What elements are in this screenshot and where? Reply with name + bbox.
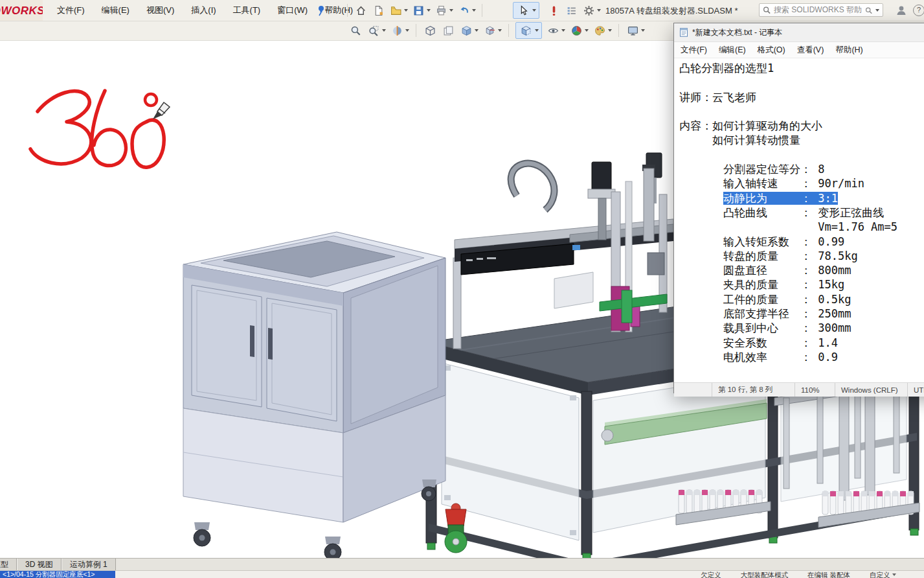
selected-component-field[interactable]: <1>/04-15 分割器固定座底<1> (0, 571, 115, 578)
wireframe-icon[interactable] (423, 23, 437, 38)
dropdown-caret[interactable] (472, 9, 476, 12)
notepad-text-area[interactable]: 凸轮分割器的选型1 讲师：云飞老师 内容：如何计算驱动角的大小 如何计算转动惯量… (674, 58, 924, 382)
bottle-rack-left (676, 490, 771, 525)
dropdown-caret[interactable] (498, 29, 502, 32)
zoom-area-icon[interactable] (366, 23, 381, 38)
electrical-cabinet[interactable] (183, 232, 445, 558)
scene-button[interactable] (592, 23, 612, 38)
section-view-button[interactable] (390, 23, 409, 38)
select-arrow-icon[interactable] (516, 3, 530, 18)
document-title: 18057A 转盘组装发射器.SLDASM * (605, 5, 738, 17)
rebuild-icon[interactable] (547, 3, 561, 18)
dropdown-caret[interactable] (535, 29, 539, 32)
notepad-menu-item[interactable]: 编辑(E) (719, 45, 746, 56)
notepad-menu-item[interactable]: 格式(O) (758, 45, 785, 56)
dropdown-caret[interactable] (404, 9, 408, 12)
bottom-tab[interactable]: 模型 (0, 559, 17, 571)
document-tab-bar: 模型3D 视图运动算例 1 (0, 558, 924, 571)
section-view-icon[interactable] (390, 23, 404, 38)
notepad-titlebar[interactable]: *新建文本文档.txt - 记事本 (674, 23, 924, 42)
new-document-icon[interactable] (371, 3, 385, 18)
encoding: UTF-8 (907, 383, 924, 397)
status-bar-item[interactable]: 欠定义 (701, 572, 721, 578)
dropdown-caret[interactable] (608, 29, 612, 32)
help-icon[interactable]: ? (913, 5, 924, 16)
hide-show-eye-icon[interactable] (546, 23, 560, 38)
notepad-text-line: 凸轮分割器的选型1 (679, 61, 924, 75)
door-handle[interactable] (250, 325, 254, 357)
print-button[interactable] (434, 3, 453, 18)
notepad-window[interactable]: *新建文本文档.txt - 记事本 文件(F)编辑(E)格式(O)查看(V)帮助… (673, 23, 924, 393)
print-icon[interactable] (434, 3, 448, 18)
dropdown-caret[interactable] (405, 29, 409, 32)
open-button[interactable] (389, 3, 408, 18)
camera-button[interactable] (625, 23, 645, 38)
notepad-menubar: 文件(F)编辑(E)格式(O)查看(V)帮助(H) (674, 42, 924, 58)
notepad-text-line: 圆盘直径 ： 800mm (679, 263, 924, 277)
undo-icon[interactable] (456, 3, 471, 18)
menu-item[interactable]: 窗口(W) (277, 5, 308, 16)
notepad-text-line: 凸轮曲线 ： 变形正弦曲线 (679, 205, 924, 220)
display-style-button[interactable] (515, 22, 542, 39)
menu-item[interactable]: 视图(V) (146, 5, 174, 16)
notepad-menu-item[interactable]: 查看(V) (797, 45, 824, 56)
dropdown-caret[interactable] (597, 9, 601, 12)
door-handle[interactable] (268, 328, 273, 360)
shaded-cube-button[interactable] (459, 23, 479, 38)
design-tree-icon[interactable] (564, 3, 578, 18)
menu-item[interactable]: 编辑(E) (102, 5, 130, 16)
notepad-text-line: 载具到中心 ： 300mm (679, 321, 924, 335)
dropdown-caret[interactable] (427, 9, 431, 12)
dropdown-caret[interactable] (641, 29, 645, 32)
menu-item[interactable]: 插入(I) (191, 5, 216, 16)
status-bar-item[interactable]: 在编辑 装配体 (807, 572, 850, 578)
dropdown-caret[interactable] (475, 29, 479, 32)
notepad-text-line: 动静比为 ： 3:1 (679, 191, 924, 205)
view-orientation-icon[interactable] (482, 23, 497, 38)
dropdown-caret[interactable] (449, 9, 453, 12)
cursor-position: 第 10 行, 第 8 列 (712, 383, 794, 397)
monitor-icon[interactable] (625, 23, 640, 38)
home-icon[interactable] (354, 3, 368, 18)
save-icon[interactable] (411, 3, 425, 18)
drawing-sheets-icon[interactable] (441, 23, 455, 38)
appearance-ball-icon[interactable] (569, 23, 583, 38)
dropdown-caret[interactable] (532, 9, 536, 12)
title-menu-bar: SOLIDWORKS 文件(F)编辑(E)视图(V)插入(I)工具(T)窗口(W… (0, 0, 924, 21)
zoom-area-button[interactable] (366, 23, 386, 38)
dropdown-caret[interactable] (561, 29, 565, 32)
status-bar-item[interactable]: 大型装配体模式 (741, 572, 789, 578)
dropdown-caret[interactable] (585, 29, 589, 32)
dropdown-caret[interactable] (382, 29, 386, 32)
dropdown-caret[interactable] (875, 9, 879, 12)
menu-item[interactable]: 工具(T) (233, 5, 261, 16)
shaded-cube-icon[interactable] (459, 23, 473, 38)
scene-palette-icon[interactable] (592, 23, 607, 38)
options-button[interactable] (581, 3, 601, 18)
notepad-text-line: 安全系数 ： 1.4 (679, 336, 924, 350)
options-gear-icon[interactable] (581, 3, 596, 18)
status-bar-item[interactable]: 自定义 (870, 572, 897, 578)
appearance-button[interactable] (569, 23, 589, 38)
display-style-icon[interactable] (519, 23, 533, 38)
view-orientation-button[interactable] (482, 23, 502, 38)
help-search-box[interactable]: 搜索 SOLIDWORKS 帮助 (759, 3, 883, 17)
menu-item[interactable]: 文件(F) (57, 5, 85, 16)
search-submit-icon[interactable] (865, 6, 872, 14)
undo-button[interactable] (456, 3, 476, 18)
machine-caster[interactable] (445, 503, 467, 553)
open-folder-icon[interactable] (389, 3, 403, 18)
save-button[interactable] (411, 3, 431, 18)
bottom-tab[interactable]: 3D 视图 (17, 559, 62, 571)
hide-show-button[interactable] (546, 23, 565, 38)
zoom-fit-icon[interactable] (348, 23, 363, 38)
user-account-icon[interactable] (896, 5, 907, 16)
select-tool-button[interactable] (513, 2, 539, 19)
notepad-menu-item[interactable]: 文件(F) (681, 45, 707, 56)
bottom-tab[interactable]: 运动算例 1 (62, 559, 116, 571)
pushpin-icon[interactable] (315, 5, 326, 16)
toolbar-separator (618, 24, 619, 37)
notepad-menu-item[interactable]: 帮助(H) (835, 45, 862, 56)
notepad-text-line (679, 148, 924, 162)
notepad-text-line: 输入轴转速 ： 90r/min (679, 176, 924, 191)
